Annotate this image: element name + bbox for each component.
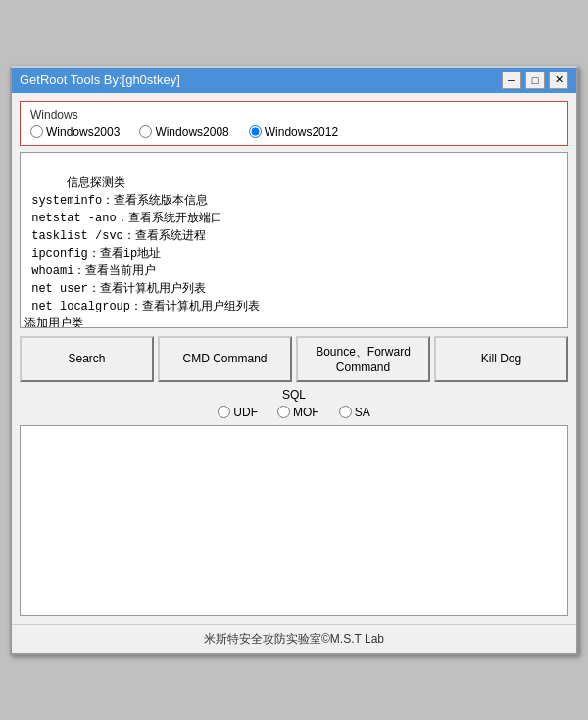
os-label-win2008: Windows2008 xyxy=(155,125,228,139)
sql-option-mof[interactable]: MOF xyxy=(277,406,319,419)
os-label-win2003: Windows2003 xyxy=(46,125,120,139)
footer-text: 米斯特安全攻防实验室©M.S.T Lab xyxy=(204,632,384,646)
title-bar: GetRoot Tools By:[gh0stkey] ─ □ ✕ xyxy=(12,68,576,93)
minimize-button[interactable]: ─ xyxy=(502,72,521,89)
sql-section: SQL UDF MOF SA xyxy=(20,388,568,419)
sql-radio-sa[interactable] xyxy=(339,406,352,418)
sql-label: SQL xyxy=(282,388,306,402)
os-radio-win2008[interactable] xyxy=(139,125,152,138)
close-button[interactable]: ✕ xyxy=(549,72,568,89)
main-window: GetRoot Tools By:[gh0stkey] ─ □ ✕ Window… xyxy=(10,66,578,655)
os-option-win2012[interactable]: Windows2012 xyxy=(249,125,338,139)
sql-radio-udf[interactable] xyxy=(218,406,230,418)
button-row: Search CMD Command Bounce、Forward Comman… xyxy=(20,336,568,382)
os-radio-group: Windows2003 Windows2008 Windows2012 xyxy=(30,125,558,139)
sql-radio-mof[interactable] xyxy=(277,406,290,418)
os-option-win2008[interactable]: Windows2008 xyxy=(139,125,228,139)
title-bar-buttons: ─ □ ✕ xyxy=(502,72,568,89)
os-option-win2003[interactable]: Windows2003 xyxy=(30,125,120,139)
sql-label-sa: SA xyxy=(355,406,370,419)
search-button[interactable]: Search xyxy=(20,336,154,382)
os-section-label: Windows xyxy=(30,108,558,121)
kill-dog-button[interactable]: Kill Dog xyxy=(434,336,568,382)
bounce-forward-button[interactable]: Bounce、Forward Command xyxy=(296,336,430,382)
window-title: GetRoot Tools By:[gh0stkey] xyxy=(20,72,180,87)
sql-label-udf: UDF xyxy=(233,406,258,419)
cmd-command-button[interactable]: CMD Command xyxy=(158,336,292,382)
os-label-win2012: Windows2012 xyxy=(265,125,338,139)
output-box[interactable] xyxy=(20,425,568,616)
sql-label-mof: MOF xyxy=(293,406,319,419)
maximize-button[interactable]: □ xyxy=(525,72,545,89)
info-text-box[interactable]: 信息探测类 systeminfo：查看系统版本信息 netstat -ano：查… xyxy=(20,152,568,328)
info-content: 信息探测类 systeminfo：查看系统版本信息 netstat -ano：查… xyxy=(24,176,426,328)
sql-radio-group: UDF MOF SA xyxy=(218,406,369,419)
os-radio-win2003[interactable] xyxy=(30,125,43,138)
window-content: Windows Windows2003 Windows2008 Windows2… xyxy=(12,93,576,624)
sql-option-udf[interactable]: UDF xyxy=(218,406,258,419)
footer: 米斯特安全攻防实验室©M.S.T Lab xyxy=(12,624,576,653)
os-radio-win2012[interactable] xyxy=(249,125,262,138)
sql-option-sa[interactable]: SA xyxy=(339,406,370,419)
os-section: Windows Windows2003 Windows2008 Windows2… xyxy=(20,101,568,146)
